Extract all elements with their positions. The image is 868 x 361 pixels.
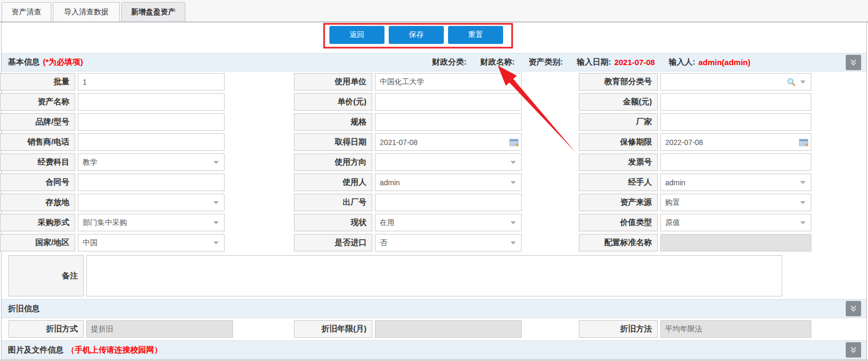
- user-label: 使用人: [294, 174, 372, 191]
- field-row: 经手人admin: [579, 174, 811, 191]
- warranty-period-input[interactable]: 2022-07-08: [660, 133, 811, 151]
- value-type-label: 价值类型: [579, 214, 658, 231]
- collapse-basic-section-button[interactable]: [846, 55, 861, 70]
- factory-no-label: 出厂号: [294, 194, 372, 211]
- double-chevron-down-icon: [849, 305, 857, 313]
- field-row: 折旧方法平均年限法: [579, 320, 811, 338]
- purchase-form-select[interactable]: 部门集中采购: [78, 214, 225, 231]
- field-row: 资产来源购置: [579, 194, 811, 211]
- calendar-icon[interactable]: [509, 138, 518, 146]
- caret-down-icon: [213, 201, 219, 204]
- storage-location-select[interactable]: [78, 194, 225, 211]
- batch-input[interactable]: 1: [78, 73, 225, 91]
- field-row: 金额(元): [579, 93, 811, 111]
- specification-label: 规格: [294, 113, 372, 131]
- tab-asset-inventory[interactable]: 资产清查: [2, 2, 51, 22]
- field-row: 取得日期2021-07-08: [294, 133, 522, 151]
- field-row: 国家/地区中国: [0, 234, 225, 251]
- handler-select[interactable]: admin: [660, 174, 811, 191]
- field-row: 是否进口否: [294, 234, 522, 251]
- field-row: 折旧方式提折旧: [8, 320, 233, 338]
- field-row: 现状在用: [294, 214, 522, 231]
- depreciation-method-label: 折旧方法: [579, 320, 658, 338]
- double-chevron-down-icon: [849, 58, 857, 66]
- caret-down-icon: [213, 241, 219, 245]
- caret-down-icon: [511, 80, 516, 84]
- toolbar: 返回 保存 重置: [329, 26, 503, 44]
- seller-phone-input[interactable]: [78, 133, 225, 151]
- right-page-border: [866, 22, 867, 361]
- field-row: 资产名称: [0, 93, 225, 111]
- field-row: 教育部分类号: [579, 73, 811, 91]
- unit-price-label: 单价(元): [294, 93, 372, 111]
- back-button[interactable]: 返回: [329, 26, 384, 44]
- tab-import-inventory-data[interactable]: 导入清查数据: [53, 2, 120, 22]
- funding-subject-select[interactable]: 教学: [78, 154, 225, 171]
- tab-bar: 资产清查 导入清查数据 新增盘盈资产: [0, 0, 868, 22]
- field-value: 1: [83, 78, 87, 86]
- caret-down-icon: [213, 221, 219, 224]
- meta-label: 财政名称:: [480, 57, 515, 67]
- collapse-files-section-button[interactable]: [846, 342, 861, 358]
- factory-no-input[interactable]: [375, 194, 522, 211]
- config-standard-name-label: 配置标准名称: [579, 234, 658, 251]
- asset-source-select[interactable]: 购置: [660, 194, 811, 211]
- field-value: 在用: [380, 218, 395, 228]
- unit-price-input[interactable]: [375, 93, 522, 111]
- field-value: 部门集中采购: [83, 218, 127, 228]
- asset-name-input[interactable]: [78, 93, 225, 111]
- current-status-label: 现状: [294, 214, 372, 231]
- files-section-header: 图片及文件信息 （手机上传请连接校园网）: [2, 340, 866, 359]
- field-row: 销售商/电话: [0, 133, 225, 151]
- meta-label: 资产类别:: [529, 57, 563, 67]
- field-row: 存放地: [0, 194, 225, 211]
- field-row: 批量1: [0, 73, 225, 91]
- meta-label: 财政分类:: [432, 57, 467, 67]
- save-button[interactable]: 保存: [389, 26, 444, 44]
- is-imported-label: 是否进口: [294, 234, 372, 251]
- invoice-no-input[interactable]: [660, 154, 811, 171]
- field-value: admin: [380, 178, 400, 187]
- is-imported-select[interactable]: 否: [375, 234, 522, 251]
- country-region-select[interactable]: 中国: [78, 234, 225, 251]
- amount-input[interactable]: [660, 93, 811, 111]
- edu-dept-class-no-lookup-field[interactable]: [660, 73, 811, 91]
- purchase-form-label: 采购形式: [0, 214, 75, 231]
- depreciation-method-input: 平均年限法: [660, 320, 811, 338]
- field-value: 平均年限法: [665, 324, 702, 334]
- field-row: 配置标准名称: [579, 234, 811, 251]
- funding-subject-label: 经费科目: [0, 154, 75, 171]
- tab-add-surplus-asset[interactable]: 新增盘盈资产: [121, 2, 185, 22]
- meta-label: 输入人:: [669, 57, 695, 67]
- batch-label: 批量: [0, 73, 75, 91]
- field-value: 购置: [665, 198, 680, 207]
- reset-button[interactable]: 重置: [448, 26, 503, 44]
- contract-no-input[interactable]: [78, 174, 225, 191]
- files-title: 图片及文件信息: [8, 345, 64, 355]
- collapse-depreciation-section-button[interactable]: [846, 301, 861, 317]
- amount-label: 金额(元): [579, 93, 658, 111]
- country-region-label: 国家/地区: [0, 234, 75, 251]
- brand-model-input[interactable]: [78, 113, 225, 131]
- using-unit-select[interactable]: 中国化工大学: [375, 73, 522, 91]
- value-type-select[interactable]: 原值: [660, 214, 811, 231]
- field-row: 使用人admin: [294, 174, 522, 191]
- acquire-date-input[interactable]: 2021-07-08: [375, 133, 522, 151]
- user-select[interactable]: admin: [375, 174, 522, 191]
- manufacturer-input[interactable]: [660, 113, 811, 131]
- field-value: 教学: [83, 158, 97, 167]
- field-value: 中国化工大学: [380, 77, 424, 87]
- specification-input[interactable]: [375, 113, 522, 131]
- calendar-icon[interactable]: [799, 138, 808, 146]
- depreciation-field-3: 折旧方法平均年限法: [579, 320, 811, 340]
- field-row: 折旧年限(月): [294, 320, 522, 338]
- field-row: 价值类型原值: [579, 214, 811, 231]
- current-status-select[interactable]: 在用: [375, 214, 522, 231]
- search-icon[interactable]: [786, 77, 796, 87]
- depreciation-years-months-input: [375, 320, 522, 338]
- caret-down-icon: [511, 161, 516, 164]
- remarks-textarea[interactable]: [86, 255, 782, 296]
- usage-direction-select[interactable]: [375, 154, 522, 171]
- files-note: （手机上传请连接校园网）: [67, 345, 162, 355]
- field-row: 保修期限2022-07-08: [579, 133, 811, 151]
